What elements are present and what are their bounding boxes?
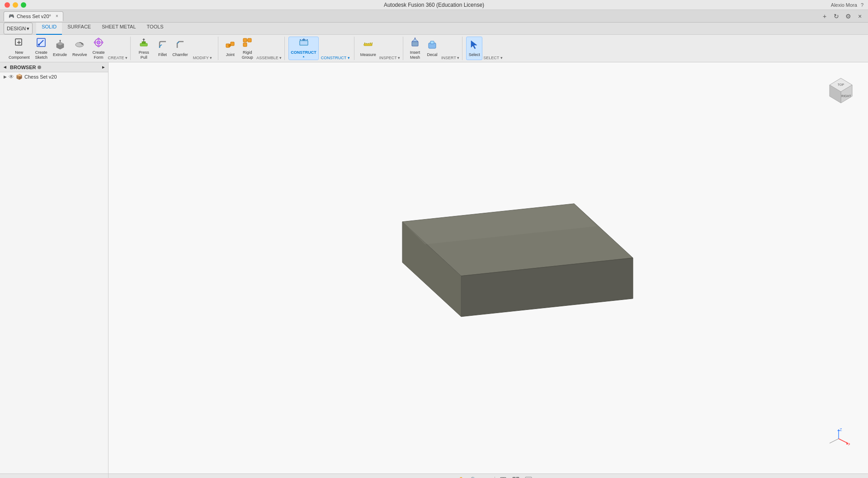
3d-object [326,168,651,350]
component-icon: 📦 [16,74,23,80]
window-controls[interactable] [5,2,26,8]
svg-text:TOP: TOP [838,83,844,86]
press-pull-icon [138,37,149,49]
measure-icon [363,39,373,52]
chamfer-button[interactable]: Chamfer [172,37,189,60]
tab-title: Chess Set v20° [17,14,51,19]
separator [495,477,495,478]
svg-rect-31 [300,41,308,45]
snap-button[interactable] [523,475,534,478]
new-tab-button[interactable]: + [820,12,829,21]
assemble-label[interactable]: ASSEMBLE ▾ [256,56,282,60]
svg-line-60 [839,439,848,443]
active-tab[interactable]: 🎮 Chess Set v20° × [4,11,63,21]
sidebar: ◂ BROWSER ▸ ▶ 👁 📦 Chess Set v20 [0,62,108,473]
svg-marker-21 [142,38,145,40]
comments-section: COMMENTS ▸ [0,474,108,478]
browser-item-chess-set[interactable]: ▶ 👁 📦 Chess Set v20 [0,72,108,81]
maximize-button[interactable] [21,2,26,8]
titlebar-right: Alexio Mora ? [831,2,863,8]
rigid-group-button[interactable]: RigidGroup [239,37,255,60]
tab-bar: 🎮 Chess Set v20° × + ↻ ⚙ × [0,10,868,23]
new-component-button[interactable]: NewComponent [6,37,32,60]
decal-icon [427,39,438,52]
svg-text:X: X [848,442,850,446]
svg-point-13 [97,41,100,44]
tab-solid[interactable]: SOLID [36,23,62,35]
construct-group: CONSTRUCT * CONSTRUCT ▾ [286,37,354,60]
joint-icon [225,39,236,52]
settings-button[interactable]: ⚙ [844,12,853,21]
insert-mesh-button[interactable]: InsertMesh [407,37,423,60]
inspect-label[interactable]: INSPECT ▾ [379,56,400,60]
extrude-button[interactable]: Extrude [51,37,69,60]
viewcube[interactable]: RIGHT TOP [823,71,859,108]
browser-status-dot [38,66,41,69]
decal-button[interactable]: Decal [424,37,440,60]
joint-button[interactable]: Joint [222,37,238,60]
select-label[interactable]: SELECT ▾ [483,56,502,60]
svg-rect-0 [15,39,22,45]
svg-point-14 [98,38,99,40]
sketch-button[interactable]: CreateSketch [33,37,50,60]
svg-rect-41 [412,42,418,46]
fit-button[interactable]: ⊡ [481,475,492,478]
pan-button[interactable]: ✋ [456,475,467,478]
tab-close-icon[interactable]: × [56,14,58,19]
create-label[interactable]: CREATE ▾ [108,56,127,60]
main-area: ◂ BROWSER ▸ ▶ 👁 📦 Chess Set v20 [0,62,868,473]
construct-offset-icon [298,37,309,49]
svg-marker-47 [471,41,477,49]
svg-rect-19 [142,42,146,43]
tab-icon: 🎮 [9,14,14,19]
sketch-icon [36,37,47,49]
extrude-icon [55,39,66,52]
svg-rect-28 [248,38,251,42]
press-pull-button[interactable]: Press Pull [134,37,154,60]
select-group: Select SELECT ▾ [463,37,505,60]
chess-board-svg [326,168,651,348]
grid-button[interactable] [510,475,521,478]
toolbar-tabs: DESIGN ▾ SOLID SURFACE SHEET METAL TOOLS [0,23,868,35]
tab-surface[interactable]: SURFACE [62,23,96,35]
chamfer-icon [175,39,186,52]
svg-point-10 [75,42,84,47]
bottom-bar: COMMENTS ▸ ⊕ ✋ 🔍 ⊡ [0,473,868,478]
select-button[interactable]: Select [466,37,482,60]
orbit-button[interactable]: ⊕ [443,475,454,478]
help-button[interactable]: ? [861,2,863,8]
refresh-button[interactable]: ↻ [832,12,841,21]
fillet-button[interactable]: Fillet [155,37,171,60]
svg-text:Z: Z [840,427,842,432]
measure-button[interactable]: Measure [358,37,378,60]
design-menu[interactable]: DESIGN ▾ [4,23,33,34]
close-button[interactable] [5,2,10,8]
visibility-icon[interactable]: 👁 [9,74,14,80]
minimize-button[interactable] [13,2,18,8]
close-tab-button[interactable]: × [855,12,864,21]
display-mode-button[interactable] [498,475,509,478]
assemble-group: Joint RigidGroup ASSEMBLE ▾ [219,37,285,60]
zoom-button[interactable]: 🔍 [468,475,479,478]
tab-tools[interactable]: TOOLS [142,23,169,35]
insert-group: InsertMesh Decal INSERT ▾ [404,37,462,60]
toolbar-row: NewComponent CreateSketch [0,35,868,62]
insert-mesh-icon [410,37,420,49]
browser-expand-button[interactable]: ▸ [102,65,104,70]
create-form-button[interactable]: CreateForm [90,37,107,60]
insert-label[interactable]: INSERT ▾ [441,56,459,60]
new-component-icon [14,37,24,49]
sidebar-collapse-button[interactable]: ◂ [4,64,6,70]
svg-marker-9 [59,40,61,41]
fillet-icon [157,39,168,52]
modify-label[interactable]: MODIFY ▾ [189,56,215,60]
svg-rect-35 [364,44,372,46]
revolve-icon [74,39,85,52]
revolve-button[interactable]: Revolve [70,37,90,60]
svg-point-17 [101,42,103,43]
tab-sheet-metal[interactable]: SHEET METAL [96,23,141,35]
select-icon [469,39,480,52]
construct-offset-button[interactable]: CONSTRUCT * [288,37,319,60]
construct-label[interactable]: CONSTRUCT ▾ [320,56,351,60]
viewport[interactable]: RIGHT TOP Z X [108,62,868,473]
